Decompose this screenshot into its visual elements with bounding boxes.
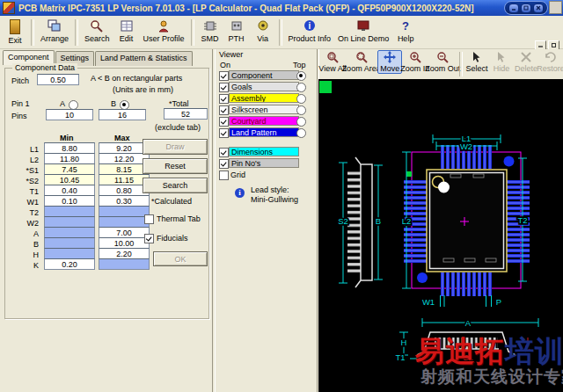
layer-land-pattern-checkbox[interactable] xyxy=(219,128,229,138)
row-label-k: K xyxy=(7,261,39,270)
tab-land-pattern-statistics[interactable]: Land Pattern & Statistics xyxy=(95,51,193,66)
max-column-header: Max xyxy=(114,134,130,142)
ok-button[interactable]: OK xyxy=(153,251,208,266)
select-button[interactable]: Select xyxy=(464,50,489,74)
canvas-toolbar-separator xyxy=(459,52,463,76)
via-icon xyxy=(256,19,270,33)
fiducials-checkbox[interactable] xyxy=(144,234,154,243)
restore-view-button[interactable]: Restore xyxy=(538,50,563,74)
user-profile-button[interactable]: User Profile xyxy=(140,18,188,44)
search-icon xyxy=(90,19,104,33)
pin1-marker xyxy=(438,182,450,193)
edit-button[interactable]: Edit xyxy=(113,18,140,44)
hide-label: Hide xyxy=(494,64,510,73)
layer-land-pattern-label: Land Pattern xyxy=(229,127,299,137)
toolbar-separator xyxy=(31,19,34,46)
layer-assembly-top-radio[interactable] xyxy=(296,94,306,104)
pin1-option-b-label: B xyxy=(111,99,116,108)
dim-label-a: A xyxy=(465,318,472,328)
dim-label-h: H xyxy=(401,338,407,347)
row-label-w2: W2 xyxy=(7,219,39,228)
delete-icon xyxy=(520,51,532,63)
component-data-group: Component Data Pitch A < B on rectangula… xyxy=(4,68,209,319)
arrange-label: Arrange xyxy=(40,34,69,43)
restore-button[interactable] xyxy=(521,4,531,13)
pth-button[interactable]: PTH xyxy=(223,18,250,44)
online-demo-icon xyxy=(356,19,370,33)
layer-assembly-checkbox[interactable] xyxy=(219,94,229,104)
body-notch xyxy=(464,258,475,262)
rectangular-note: A < B on rectangular parts xyxy=(91,74,182,83)
svg-text:i: i xyxy=(308,21,311,31)
units-note: (Units are in mm) xyxy=(113,85,173,94)
draw-button[interactable]: Draw xyxy=(143,139,208,155)
layer-silkscreen-checkbox[interactable] xyxy=(219,105,229,115)
delete-button[interactable]: Delete xyxy=(514,50,538,74)
k-min-field[interactable] xyxy=(44,258,95,270)
group-title: Component Data xyxy=(12,63,77,72)
total-pins-field[interactable] xyxy=(164,108,208,120)
product-info-label: Product Info xyxy=(289,34,332,43)
pins-b-field[interactable] xyxy=(99,109,146,120)
row-label-b: B xyxy=(7,240,39,249)
zoom-out-icon xyxy=(436,51,449,63)
search-button[interactable]: Search xyxy=(81,18,113,44)
minimize-button[interactable] xyxy=(508,4,519,13)
user-profile-icon xyxy=(157,19,171,33)
corner-gadget-button[interactable] xyxy=(549,1,562,14)
layer-pin-numbers-checkbox[interactable] xyxy=(219,159,229,169)
toolbar-separator xyxy=(279,19,282,46)
restore-view-icon xyxy=(545,51,557,63)
product-info-button[interactable]: i Product Info xyxy=(285,18,335,44)
layer-courtyard-top-radio[interactable] xyxy=(296,117,306,127)
layer-land-pattern-top-radio[interactable] xyxy=(296,128,306,138)
viewer-title: Viewer xyxy=(219,50,243,59)
via-button[interactable]: Via xyxy=(250,18,276,44)
exit-label: Exit xyxy=(8,36,21,45)
layer-silkscreen-top-radio[interactable] xyxy=(296,105,306,115)
pins-a-field[interactable] xyxy=(46,109,93,120)
move-button[interactable]: Move xyxy=(377,50,402,74)
zoom-out-button[interactable]: Zoom Out xyxy=(428,50,457,74)
dim-label-p: P xyxy=(496,297,501,307)
hide-button[interactable]: Hide xyxy=(489,50,514,74)
component-panel: Component Settings Land Pattern & Statis… xyxy=(0,49,213,392)
dim-label-t2: T2 xyxy=(517,215,527,225)
layer-component-top-radio[interactable] xyxy=(296,71,306,81)
arrange-button[interactable]: Arrange xyxy=(37,18,72,44)
online-demo-button[interactable]: On Line Demo xyxy=(334,18,392,44)
zoom-in-button[interactable]: Zoom In xyxy=(402,50,428,74)
select-label: Select xyxy=(466,64,488,73)
user-profile-label: User Profile xyxy=(143,34,185,43)
cad-viewport[interactable]: L1 W2 L2 T2 W1 P S2 B A H T1 xyxy=(318,79,563,392)
thermal-tab-checkbox[interactable] xyxy=(144,214,154,224)
pitch-field[interactable] xyxy=(37,74,79,85)
layer-pin-numbers-label: Pin No's xyxy=(229,158,299,168)
layer-goals-top-radio[interactable] xyxy=(296,83,306,92)
body-notch xyxy=(450,174,461,178)
help-button[interactable]: ? Help xyxy=(392,18,419,44)
row-label-l1: L1 xyxy=(7,145,39,154)
reset-button[interactable]: Reset xyxy=(143,158,208,174)
row-label-t2: T2 xyxy=(7,208,39,217)
search-action-button[interactable]: Search xyxy=(143,178,208,193)
grid-checkbox[interactable] xyxy=(219,171,229,180)
close-button[interactable] xyxy=(533,4,544,13)
window-controls xyxy=(504,1,548,15)
exit-button[interactable]: Exit xyxy=(2,18,28,46)
layer-dimensions-checkbox[interactable] xyxy=(219,148,229,157)
on-column-header: On xyxy=(220,61,230,69)
dim-label-b: B xyxy=(376,216,381,226)
smd-button[interactable]: SMD xyxy=(197,18,223,44)
row-label-s1: *S1 xyxy=(7,166,39,175)
layer-component-checkbox[interactable] xyxy=(219,71,229,81)
layer-courtyard-checkbox[interactable] xyxy=(219,117,229,127)
watermark-title-blue: 培训 xyxy=(505,335,563,367)
side-view-body xyxy=(361,164,372,280)
body-notch xyxy=(486,258,496,262)
k-max-field[interactable] xyxy=(99,258,150,270)
lead-style-value: Mini-Gullwing xyxy=(251,195,298,204)
smd-label: SMD xyxy=(201,34,219,43)
layer-goals-checkbox[interactable] xyxy=(219,83,229,92)
zoom-area-button[interactable]: Zoom Area xyxy=(345,50,377,74)
